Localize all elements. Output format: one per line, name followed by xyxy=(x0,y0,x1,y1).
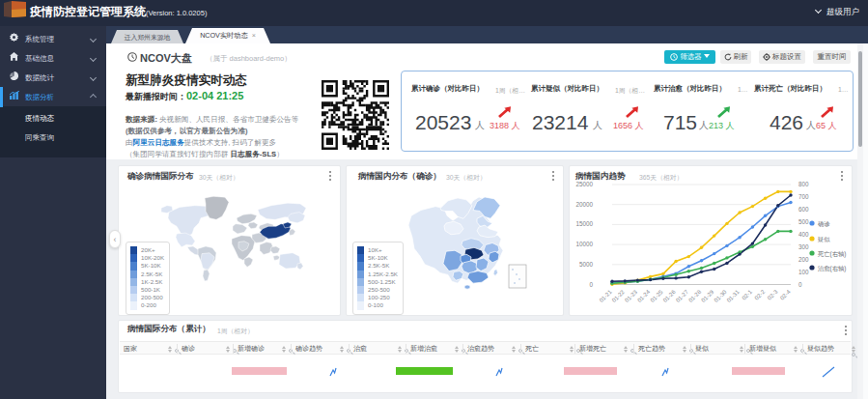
svg-text:01-24: 01-24 xyxy=(636,289,652,304)
svg-text:15000: 15000 xyxy=(575,220,593,227)
svg-text:100: 100 xyxy=(798,269,809,275)
svg-text:确诊: 确诊 xyxy=(818,220,830,227)
svg-text:01-30: 01-30 xyxy=(714,289,729,304)
svg-text:死亡(右轴): 死亡(右轴) xyxy=(817,250,846,258)
svg-text:200: 200 xyxy=(798,256,809,263)
svg-text:01-25: 01-25 xyxy=(650,289,665,304)
svg-text:02-1: 02-1 xyxy=(741,289,753,301)
svg-text:800: 800 xyxy=(798,181,809,187)
svg-text:01-29: 01-29 xyxy=(700,289,715,304)
svg-text:300: 300 xyxy=(798,243,809,250)
svg-text:5000: 5000 xyxy=(579,261,594,268)
svg-text:01-28: 01-28 xyxy=(687,289,703,304)
svg-text:疑似: 疑似 xyxy=(818,236,830,242)
svg-text:10000: 10000 xyxy=(575,241,593,247)
svg-text:0: 0 xyxy=(589,281,593,288)
svg-text:02-2: 02-2 xyxy=(754,289,767,301)
svg-text:01-26: 01-26 xyxy=(662,289,678,304)
svg-text:01-27: 01-27 xyxy=(675,289,690,304)
svg-text:700: 700 xyxy=(798,193,809,200)
svg-text:02-3: 02-3 xyxy=(767,289,779,301)
svg-text:25000: 25000 xyxy=(575,181,593,187)
svg-text:01-23: 01-23 xyxy=(624,289,639,304)
svg-text:02-4: 02-4 xyxy=(779,289,792,301)
svg-text:01-31: 01-31 xyxy=(726,289,742,304)
svg-text:20000: 20000 xyxy=(575,201,593,208)
svg-text:01-22: 01-22 xyxy=(611,289,627,304)
svg-text:600: 600 xyxy=(798,206,809,213)
svg-text:0: 0 xyxy=(798,281,802,288)
svg-text:500: 500 xyxy=(798,218,809,225)
svg-text:400: 400 xyxy=(798,231,809,238)
svg-text:01-21: 01-21 xyxy=(599,289,614,304)
svg-text:治愈(右轴): 治愈(右轴) xyxy=(817,265,846,272)
